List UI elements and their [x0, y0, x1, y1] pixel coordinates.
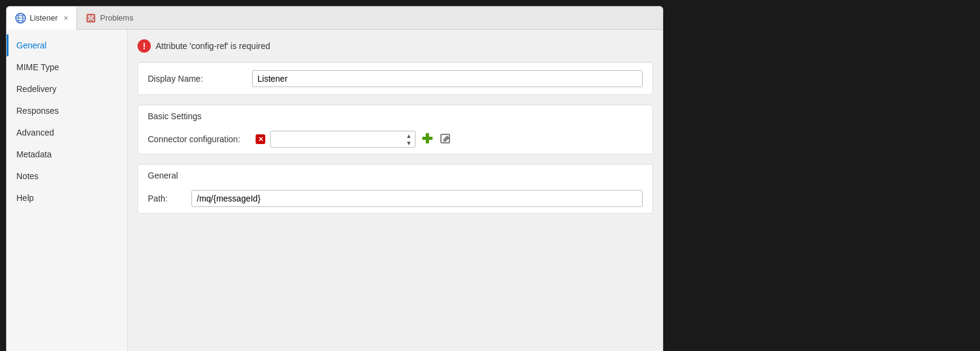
tab-bar: Listener × Problems [7, 7, 663, 30]
svg-point-8 [88, 18, 89, 19]
content-area: ! Attribute 'config-ref' is required Dis… [128, 30, 663, 351]
basic-settings-heading: Basic Settings [138, 105, 652, 125]
display-name-label: Display Name: [148, 74, 245, 84]
svg-point-9 [93, 18, 94, 19]
tab-problems-label: Problems [100, 13, 133, 22]
connector-config-row: Connector configuration: ✕ ▲ ▼ [138, 125, 652, 154]
listener-icon [15, 13, 26, 24]
sidebar-item-redelivery-label: Redelivery [16, 84, 56, 94]
tab-listener[interactable]: Listener × [7, 7, 77, 30]
display-name-row: Display Name: [138, 63, 652, 94]
tab-close-button[interactable]: × [64, 14, 68, 22]
sidebar: General MIME Type Redelivery Responses A… [7, 30, 128, 351]
svg-point-10 [89, 20, 90, 21]
path-label: Path: [148, 194, 184, 203]
general-section-heading: General [138, 165, 652, 184]
svg-point-12 [90, 19, 91, 20]
error-circle-icon: ! [137, 39, 151, 53]
edit-connector-button[interactable] [439, 132, 453, 146]
problems-icon [85, 13, 96, 24]
sidebar-item-advanced[interactable]: Advanced [7, 122, 127, 143]
basic-settings-panel: Basic Settings Connector configuration: … [137, 105, 653, 154]
tab-problems[interactable]: Problems [77, 7, 142, 29]
sidebar-item-general[interactable]: General [7, 34, 127, 56]
sidebar-item-help-label: Help [16, 193, 34, 203]
tab-listener-label: Listener [30, 13, 58, 22]
general-section-panel: General Path: [137, 164, 653, 214]
sidebar-item-notes-label: Notes [16, 171, 39, 181]
sidebar-item-metadata[interactable]: Metadata [7, 143, 127, 165]
main-layout: General MIME Type Redelivery Responses A… [7, 30, 663, 351]
svg-point-11 [91, 20, 93, 21]
sidebar-item-advanced-label: Advanced [16, 128, 54, 137]
sidebar-item-metadata-label: Metadata [16, 149, 51, 159]
path-row: Path: [138, 184, 652, 213]
edit-icon [440, 133, 452, 145]
main-window: Listener × Problems General [6, 6, 663, 351]
add-connector-button[interactable]: ✚ [420, 131, 434, 147]
sidebar-item-mime-type-label: MIME Type [16, 62, 59, 72]
error-message-text: Attribute 'config-ref' is required [156, 41, 270, 51]
display-name-input[interactable] [252, 70, 643, 87]
path-input[interactable] [191, 190, 643, 207]
sidebar-item-general-label: General [16, 41, 47, 50]
connector-config-select[interactable] [270, 131, 416, 148]
sidebar-item-responses[interactable]: Responses [7, 100, 127, 122]
add-icon: ✚ [422, 133, 432, 146]
svg-point-7 [90, 15, 91, 16]
sidebar-item-notes[interactable]: Notes [7, 165, 127, 187]
sidebar-item-mime-type[interactable]: MIME Type [7, 56, 127, 78]
connector-select-wrapper: ▲ ▼ [270, 131, 416, 148]
sidebar-item-responses-label: Responses [16, 106, 59, 116]
display-name-panel: Display Name: [137, 62, 653, 95]
sidebar-item-redelivery[interactable]: Redelivery [7, 78, 127, 100]
connector-error-icon: ✕ [256, 134, 265, 144]
connector-config-label: Connector configuration: [148, 134, 251, 144]
error-banner: ! Attribute 'config-ref' is required [137, 39, 653, 53]
sidebar-item-help[interactable]: Help [7, 187, 127, 209]
